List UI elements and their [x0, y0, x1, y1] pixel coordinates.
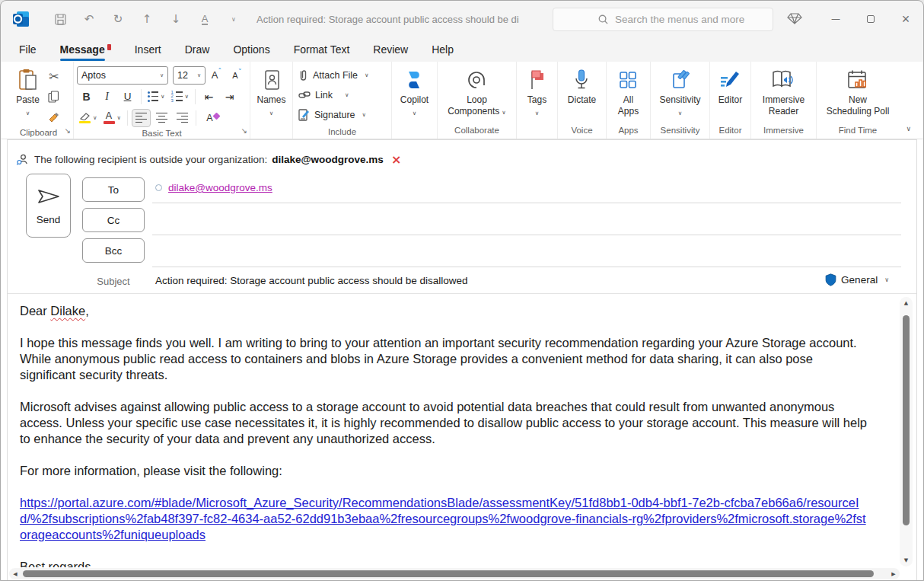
message-body[interactable]: Dear Dilake, I hope this message finds y…: [8, 294, 897, 567]
grow-font-button[interactable]: Aˆ: [207, 66, 226, 85]
bold-button[interactable]: B: [77, 88, 96, 106]
tab-review[interactable]: Review: [373, 43, 408, 56]
greeting-name: Dilake: [50, 304, 85, 318]
bullet-list-button[interactable]: ∨: [145, 88, 167, 106]
clipboard-dialog-launcher-icon[interactable]: ↘: [65, 127, 71, 135]
clear-formatting-button[interactable]: A: [200, 109, 219, 127]
attach-file-button[interactable]: Attach File∨: [297, 65, 371, 85]
names-button[interactable]: Names ∨: [254, 65, 289, 121]
tags-group: Tags ∨: [517, 62, 558, 139]
scroll-left-icon[interactable]: ◀: [9, 568, 21, 579]
dismiss-warning-icon[interactable]: ×: [391, 152, 401, 167]
include-group: Attach File∨ Link∨ Signature∨ Include: [293, 62, 392, 139]
signature-button[interactable]: Signature∨: [297, 105, 371, 124]
maximize-button[interactable]: [853, 1, 888, 37]
align-right-button[interactable]: [173, 109, 192, 127]
tab-options[interactable]: Options: [233, 43, 269, 56]
chevron-down-icon: ∨: [678, 107, 683, 119]
to-recipient-chip[interactable]: dilake@woodgrove.ms: [155, 182, 272, 193]
to-field[interactable]: [152, 203, 901, 203]
sensitivity-selector[interactable]: General ∨: [825, 273, 889, 286]
new-scheduling-poll-button[interactable]: New Scheduling Poll: [824, 65, 893, 120]
scroll-right-icon[interactable]: ▶: [887, 568, 900, 579]
voice-group: Dictate Voice: [558, 62, 607, 139]
shield-icon: [825, 273, 836, 286]
shrink-font-button[interactable]: Aˇ: [228, 66, 247, 85]
loop-components-button[interactable]: Loop Components∨: [444, 65, 509, 120]
to-button[interactable]: To: [82, 177, 145, 202]
immersive-reader-button[interactable]: Immersive Reader: [760, 65, 808, 120]
font-size-select[interactable]: 12∨: [173, 66, 206, 85]
copy-icon[interactable]: [44, 88, 64, 106]
find-time-group-label: Find Time: [820, 122, 895, 139]
font-name-select[interactable]: Aptos∨: [77, 66, 168, 85]
underline-button[interactable]: U: [118, 88, 137, 106]
cc-button[interactable]: Cc: [82, 208, 145, 232]
cc-field[interactable]: [152, 235, 901, 235]
paragraph-2: Microsoft advises against allowing publi…: [20, 399, 871, 447]
tab-insert[interactable]: Insert: [135, 43, 161, 56]
collapse-ribbon-chevron-icon[interactable]: ∨: [906, 125, 911, 132]
editor-button[interactable]: Editor: [715, 65, 745, 108]
gem-icon[interactable]: [786, 10, 805, 28]
bcc-field[interactable]: [152, 267, 901, 267]
apps-group: All Apps Apps: [607, 62, 651, 139]
basic-text-dialog-launcher-icon[interactable]: ↘: [241, 127, 247, 135]
numbered-list-button[interactable]: 1 2 3 ∨: [169, 88, 192, 106]
sensitivity-button[interactable]: Sensitivity ∨: [656, 65, 703, 121]
redo-icon[interactable]: ↻: [109, 10, 127, 28]
move-up-icon[interactable]: ↑: [138, 10, 156, 28]
address-book-icon: [263, 68, 281, 92]
message-tab-badge: [107, 44, 111, 50]
scroll-down-icon[interactable]: ▼: [900, 554, 913, 567]
search-input[interactable]: Search the menus and more: [553, 8, 773, 31]
close-button[interactable]: ×: [888, 1, 923, 37]
font-color-icon: A: [104, 111, 115, 124]
tab-draw[interactable]: Draw: [185, 43, 210, 56]
italic-button[interactable]: I: [97, 88, 116, 106]
tags-button[interactable]: Tags ∨: [524, 65, 550, 121]
tab-help[interactable]: Help: [432, 43, 454, 56]
minimize-button[interactable]: —: [818, 1, 853, 37]
search-placeholder: Search the menus and more: [615, 14, 744, 25]
search-icon: [597, 14, 609, 25]
scroll-up-icon[interactable]: ▲: [900, 297, 913, 309]
undo-icon[interactable]: ↶: [80, 10, 98, 28]
azure-portal-link[interactable]: https://portal.azure.com/#blade/Microsof…: [20, 496, 866, 541]
vertical-scrollbar[interactable]: ▲ ▼: [900, 297, 913, 567]
text-highlight-button[interactable]: ∨: [77, 109, 100, 127]
clipboard-group-label: Clipboard: [8, 126, 69, 139]
customize-toolbar-chevron-icon[interactable]: ∨: [225, 10, 243, 28]
horizontal-scrollbar[interactable]: ◀ ▶: [9, 568, 900, 579]
subject-field[interactable]: Action required: Storage account public …: [155, 275, 468, 286]
title-bar: ↶ ↻ ↑ ↓ A ∨ Action required: Storage acc…: [1, 1, 923, 37]
vertical-scroll-thumb[interactable]: [903, 315, 910, 525]
tab-file[interactable]: File: [19, 43, 37, 56]
all-apps-button[interactable]: All Apps: [615, 65, 642, 120]
tab-format-text[interactable]: Format Text: [294, 43, 350, 56]
paste-button[interactable]: Paste ∨: [13, 65, 43, 121]
link-button[interactable]: Link∨: [297, 85, 371, 104]
cut-icon[interactable]: ✂: [44, 67, 64, 85]
copilot-group: Copilot ∨: [392, 62, 438, 139]
font-color-qat-icon[interactable]: A: [196, 10, 214, 28]
copilot-button[interactable]: Copilot ∨: [397, 65, 432, 121]
dictate-button[interactable]: Dictate: [565, 65, 599, 108]
move-down-icon[interactable]: ↓: [167, 10, 185, 28]
font-color-button[interactable]: A ∨: [101, 109, 124, 127]
send-button[interactable]: Send: [26, 174, 71, 238]
sensitivity-icon: [670, 68, 691, 92]
immersive-reader-icon: [771, 68, 797, 92]
increase-indent-icon[interactable]: ⇥: [220, 88, 239, 106]
format-painter-icon[interactable]: [44, 108, 64, 126]
align-left-button[interactable]: [132, 109, 151, 127]
outlook-logo-icon: [13, 11, 30, 27]
save-icon[interactable]: [51, 10, 69, 28]
chevron-down-icon: ∨: [535, 107, 540, 119]
horizontal-scroll-thumb[interactable]: [23, 570, 874, 577]
decrease-indent-icon[interactable]: ⇤: [199, 88, 218, 106]
bcc-button[interactable]: Bcc: [82, 238, 145, 263]
align-center-button[interactable]: [152, 109, 171, 127]
tab-message[interactable]: Message: [60, 43, 111, 56]
recipient-link[interactable]: dilake@woodgrove.ms: [168, 182, 272, 193]
